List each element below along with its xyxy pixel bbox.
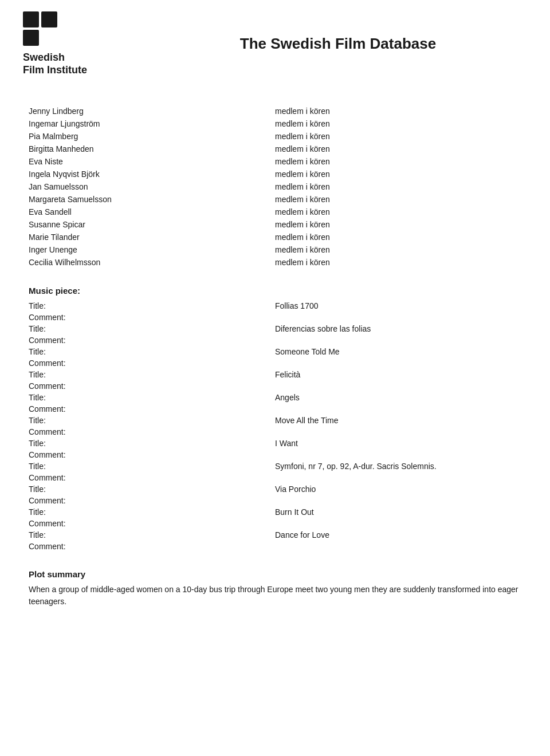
music-title-label: Title: xyxy=(29,301,275,310)
cast-row: Cecilia Wilhelmssonmedlem i kören xyxy=(29,256,521,269)
music-title-value: Someone Told Me xyxy=(275,347,521,356)
music-title-row: Title:Someone Told Me xyxy=(29,346,521,357)
cast-name: Birgitta Manheden xyxy=(29,144,275,153)
logo-area: Swedish Film Institute xyxy=(23,11,149,76)
music-comment-value xyxy=(275,336,521,345)
logo-text: Swedish Film Institute xyxy=(23,52,87,76)
logo-square-3 xyxy=(23,30,39,46)
music-comment-value xyxy=(275,427,521,436)
cast-name: Jan Samuelsson xyxy=(29,182,275,191)
music-title-row: Title:Via Porchio xyxy=(29,483,521,495)
music-comment-label: Comment: xyxy=(29,404,275,414)
cast-row: Marie Tilandermedlem i kören xyxy=(29,231,521,243)
cast-row: Pia Malmbergmedlem i kören xyxy=(29,130,521,143)
page-header: Swedish Film Institute The Swedish Film … xyxy=(23,11,527,82)
music-title-value: Via Porchio xyxy=(275,485,521,494)
music-comment-label: Comment: xyxy=(29,496,275,505)
music-title-value: Diferencias sobre las folias xyxy=(275,324,521,333)
cast-name: Eva Sandell xyxy=(29,207,275,216)
music-title-row: Title:Follias 1700 xyxy=(29,300,521,312)
cast-role: medlem i kören xyxy=(275,233,521,242)
logo-square-1 xyxy=(23,11,39,27)
music-comment-label: Comment: xyxy=(29,427,275,436)
plot-summary-section: Plot summary When a group of middle-aged… xyxy=(29,569,521,608)
music-title-label: Title: xyxy=(29,416,275,425)
cast-role: medlem i kören xyxy=(275,170,521,179)
music-title-value: Dance for Love xyxy=(275,530,521,540)
cast-name: Inger Unenge xyxy=(29,245,275,254)
cast-row: Ingela Nyqvist Björkmedlem i kören xyxy=(29,168,521,180)
music-title-row: Title:Symfoni, nr 7, op. 92, A-dur. Sacr… xyxy=(29,460,521,472)
music-title-value: Move All the Time xyxy=(275,416,521,425)
cast-role: medlem i kören xyxy=(275,258,521,267)
music-comment-row: Comment: xyxy=(29,357,521,369)
music-title-row: Title:Felicità xyxy=(29,369,521,380)
cast-row: Susanne Spicarmedlem i kören xyxy=(29,218,521,231)
music-title-label: Title: xyxy=(29,347,275,356)
cast-role: medlem i kören xyxy=(275,132,521,141)
cast-row: Inger Unengemedlem i kören xyxy=(29,243,521,256)
cast-role: medlem i kören xyxy=(275,245,521,254)
cast-row: Ingemar Ljungströmmedlem i kören xyxy=(29,117,521,130)
cast-name: Pia Malmberg xyxy=(29,132,275,141)
music-comment-value xyxy=(275,404,521,414)
music-title-label: Title: xyxy=(29,485,275,494)
music-title-row: Title:I Want xyxy=(29,438,521,449)
cast-row: Eva Sandellmedlem i kören xyxy=(29,206,521,218)
music-title-label: Title: xyxy=(29,507,275,517)
cast-role: medlem i kören xyxy=(275,220,521,229)
cast-role: medlem i kören xyxy=(275,195,521,204)
logo-square-2 xyxy=(41,11,57,27)
music-title-row: Title:Diferencias sobre las folias xyxy=(29,323,521,334)
music-title-value: I Want xyxy=(275,439,521,448)
music-title-label: Title: xyxy=(29,393,275,402)
logo-icon xyxy=(23,11,57,46)
music-comment-row: Comment: xyxy=(29,426,521,438)
music-comment-row: Comment: xyxy=(29,380,521,392)
plot-summary-text: When a group of middle-aged women on a 1… xyxy=(29,584,521,608)
music-comment-label: Comment: xyxy=(29,336,275,345)
music-comment-row: Comment: xyxy=(29,495,521,506)
music-comment-label: Comment: xyxy=(29,542,275,551)
cast-role: medlem i kören xyxy=(275,182,521,191)
music-comment-value xyxy=(275,542,521,551)
cast-name: Ingela Nyqvist Björk xyxy=(29,170,275,179)
cast-role: medlem i kören xyxy=(275,144,521,153)
music-title-label: Title: xyxy=(29,530,275,540)
music-comment-row: Comment: xyxy=(29,472,521,483)
cast-row: Eva Nistemedlem i kören xyxy=(29,155,521,168)
cast-name: Susanne Spicar xyxy=(29,220,275,229)
music-comment-value xyxy=(275,359,521,368)
cast-role: medlem i kören xyxy=(275,119,521,128)
music-comment-label: Comment: xyxy=(29,519,275,528)
cast-name: Cecilia Wilhelmsson xyxy=(29,258,275,267)
cast-row: Birgitta Manhedenmedlem i kören xyxy=(29,143,521,155)
music-title-value: Symfoni, nr 7, op. 92, A-dur. Sacris Sol… xyxy=(275,462,521,471)
music-comment-value xyxy=(275,496,521,505)
music-comment-row: Comment: xyxy=(29,403,521,415)
music-section: Music piece: Title:Follias 1700Comment:T… xyxy=(29,286,521,552)
music-title-value: Follias 1700 xyxy=(275,301,521,310)
music-title-row: Title:Move All the Time xyxy=(29,415,521,426)
music-title-row: Title:Burn It Out xyxy=(29,506,521,518)
music-comment-label: Comment: xyxy=(29,359,275,368)
music-comment-value xyxy=(275,313,521,322)
music-comment-value xyxy=(275,519,521,528)
site-title: The Swedish Film Database xyxy=(149,35,527,53)
plot-summary-title: Plot summary xyxy=(29,569,521,579)
music-title-value: Burn It Out xyxy=(275,507,521,517)
cast-name: Jenny Lindberg xyxy=(29,107,275,116)
music-title-label: Title: xyxy=(29,462,275,471)
cast-row: Margareta Samuelssonmedlem i kören xyxy=(29,193,521,206)
music-title-value: Angels xyxy=(275,393,521,402)
logo-line1: Swedish xyxy=(23,52,65,63)
cast-name: Marie Tilander xyxy=(29,233,275,242)
cast-name: Margareta Samuelsson xyxy=(29,195,275,204)
music-comment-row: Comment: xyxy=(29,312,521,323)
music-section-title: Music piece: xyxy=(29,286,521,296)
music-comment-label: Comment: xyxy=(29,313,275,322)
music-comment-row: Comment: xyxy=(29,334,521,346)
cast-name: Eva Niste xyxy=(29,157,275,166)
music-comment-label: Comment: xyxy=(29,381,275,391)
music-title-row: Title:Angels xyxy=(29,392,521,403)
